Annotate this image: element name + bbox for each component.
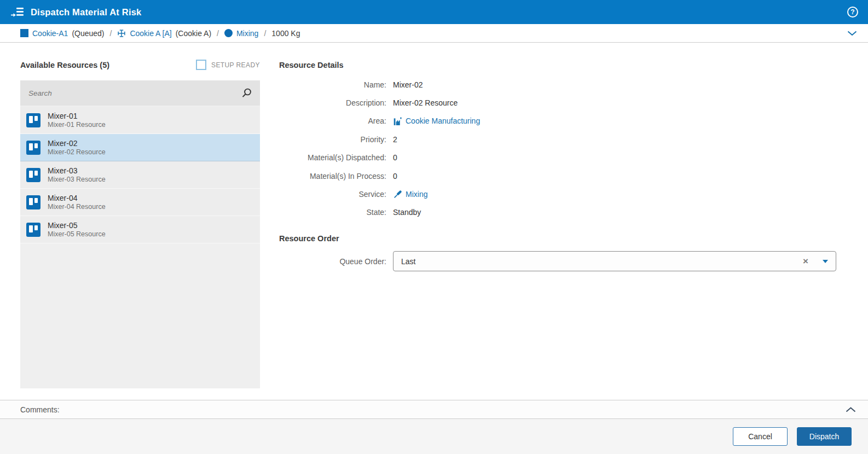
breadcrumb-service: Mixing	[224, 29, 258, 38]
field-area: Area: Cookie Manufacturing	[279, 112, 837, 130]
field-value: 0	[393, 172, 397, 181]
resource-description: Mixer-04 Resource	[48, 203, 106, 211]
queue-order-label: Queue Order:	[279, 257, 386, 266]
breadcrumb-step: Cookie A [A] (Cookie A)	[117, 29, 211, 38]
operation-icon	[117, 29, 126, 38]
chevron-up-icon[interactable]	[846, 407, 856, 412]
available-resources-title: Available Resources (5)	[20, 61, 109, 69]
chevron-down-icon[interactable]	[847, 31, 857, 36]
service-link[interactable]: Mixing	[393, 190, 427, 199]
search-input[interactable]	[28, 89, 241, 97]
resource-name: Mixer-04	[48, 194, 106, 203]
field-value: Mixer-02	[393, 80, 423, 89]
service-dot-icon	[224, 29, 233, 37]
area-link-label: Cookie Manufacturing	[406, 117, 480, 125]
breadcrumb-lot: Cookie-A1 (Queued)	[20, 29, 105, 38]
list-item-mixer-04[interactable]: Mixer-04 Mixer-04 Resource	[20, 189, 260, 216]
search-bar	[20, 80, 260, 106]
resource-name: Mixer-01	[48, 112, 106, 121]
footer-bar: Cancel Dispatch	[0, 419, 868, 454]
field-priority: Priority: 2	[279, 130, 837, 148]
resource-name: Mixer-03	[48, 166, 106, 176]
breadcrumb: Cookie-A1 (Queued) / Cookie A [A] (Cooki…	[0, 24, 868, 43]
field-label: Material(s) In Process:	[279, 172, 386, 181]
title-bar: Dispatch Material At Risk ?	[0, 0, 868, 24]
queue-order-dropdown[interactable]: Last ×	[393, 251, 836, 271]
resource-description: Mixer-05 Resource	[48, 230, 106, 238]
field-label: Material(s) Dispatched:	[279, 153, 386, 162]
resource-icon	[26, 168, 40, 182]
setup-ready-checkbox[interactable]	[196, 60, 206, 70]
field-label: Name:	[279, 80, 386, 89]
list-item-mixer-02[interactable]: Mixer-02 Mixer-02 Resource	[20, 134, 260, 161]
dispatch-icon	[11, 7, 24, 17]
field-state: State: Standby	[279, 203, 837, 222]
queue-order-value: Last	[401, 257, 803, 266]
field-value: Standby	[393, 208, 421, 217]
breadcrumb-lot-link[interactable]: Cookie-A1	[32, 29, 68, 38]
field-label: Description:	[279, 98, 386, 107]
field-name: Name: Mixer-02	[279, 75, 837, 94]
list-item-mixer-01[interactable]: Mixer-01 Mixer-01 Resource	[20, 107, 260, 134]
breadcrumb-lot-status: (Queued)	[72, 29, 104, 38]
setup-ready-label: SETUP READY	[211, 61, 260, 69]
search-icon[interactable]	[241, 88, 252, 99]
field-materials-dispatched: Material(s) Dispatched: 0	[279, 149, 837, 167]
resource-description: Mixer-03 Resource	[48, 176, 106, 184]
resource-icon	[26, 113, 40, 127]
field-value: 0	[393, 153, 397, 162]
page-title: Dispatch Material At Risk	[31, 7, 847, 18]
resource-icon	[26, 141, 40, 155]
dispatch-material-dialog: Dispatch Material At Risk ? Cookie-A1 (Q…	[0, 0, 868, 454]
field-value: Mixer-02 Resource	[393, 98, 458, 107]
breadcrumb-step-link[interactable]: Cookie A [A]	[130, 29, 171, 38]
resource-description: Mixer-01 Resource	[48, 121, 106, 129]
breadcrumb-separator: /	[264, 29, 266, 38]
breadcrumb-service-link[interactable]: Mixing	[236, 29, 258, 38]
breadcrumb-quantity: 1000 Kg	[271, 29, 300, 38]
field-label: Priority:	[279, 135, 386, 144]
resource-order-title: Resource Order	[279, 234, 339, 243]
resource-details-title: Resource Details	[279, 61, 344, 69]
list-item-mixer-05[interactable]: Mixer-05 Mixer-05 Resource	[20, 216, 260, 243]
field-label: State:	[279, 208, 386, 217]
list-item-mixer-03[interactable]: Mixer-03 Mixer-03 Resource	[20, 161, 260, 189]
material-icon	[20, 29, 28, 37]
resource-name: Mixer-02	[48, 139, 106, 148]
field-value: 2	[393, 135, 397, 144]
field-service: Service: Mixing	[279, 185, 837, 203]
cancel-button[interactable]: Cancel	[733, 427, 788, 446]
queue-order-row: Queue Order: Last ×	[279, 251, 836, 271]
factory-icon	[393, 117, 402, 126]
area-link[interactable]: Cookie Manufacturing	[393, 117, 480, 126]
resource-description: Mixer-02 Resource	[48, 148, 106, 156]
breadcrumb-separator: /	[217, 29, 219, 38]
comments-label: Comments:	[20, 405, 60, 414]
resource-details-fields: Name: Mixer-02 Description: Mixer-02 Res…	[279, 75, 837, 222]
service-link-label: Mixing	[406, 190, 427, 199]
comments-bar: Comments:	[0, 400, 868, 419]
resource-list: Mixer-01 Mixer-01 Resource Mixer-02 Mixe…	[20, 80, 260, 388]
field-label: Service:	[279, 190, 386, 199]
field-label: Area:	[279, 117, 386, 125]
help-icon[interactable]: ?	[847, 7, 858, 18]
dropdown-caret-icon[interactable]	[823, 260, 828, 263]
field-description: Description: Mixer-02 Resource	[279, 94, 837, 112]
breadcrumb-separator: /	[110, 29, 112, 38]
breadcrumb-step-status: (Cookie A)	[176, 29, 211, 38]
resource-icon	[26, 195, 40, 209]
tool-icon	[393, 190, 402, 199]
setup-ready-control: SETUP READY	[196, 60, 260, 70]
dispatch-button[interactable]: Dispatch	[797, 427, 852, 446]
field-materials-in-process: Material(s) In Process: 0	[279, 167, 837, 185]
resource-icon	[26, 223, 40, 237]
resource-name: Mixer-05	[48, 221, 106, 230]
clear-icon[interactable]: ×	[803, 256, 808, 267]
